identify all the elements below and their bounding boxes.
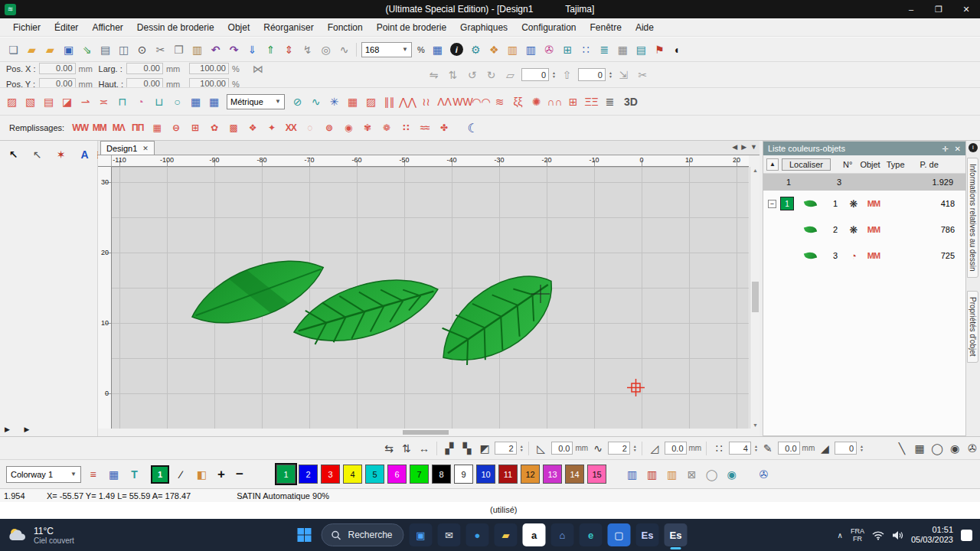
table-icon[interactable]: ▦ <box>187 93 204 110</box>
hoop-select-icon[interactable]: ⊞ <box>559 41 577 58</box>
fill-x-icon[interactable]: XX <box>282 119 299 137</box>
fill-flower-icon[interactable]: ✿ <box>205 119 223 137</box>
ellipse-tool-icon[interactable]: ○ <box>168 93 186 110</box>
3d-mode-icon[interactable]: 3D <box>619 93 642 110</box>
paste-icon[interactable]: ▥ <box>188 41 206 58</box>
tab-object-properties[interactable]: Propriétés d'objet <box>967 291 978 363</box>
zoom-level-input[interactable]: 168 ▼ <box>361 42 412 57</box>
tab-design-information[interactable]: Informations relatives au dessin <box>967 158 978 278</box>
pin-icon[interactable]: ✛ <box>942 145 948 153</box>
lettering-icon[interactable]: ⊓ <box>113 93 131 110</box>
diagonal-icon[interactable]: ╲ <box>894 439 910 457</box>
needle-icon[interactable]: ∕ <box>172 465 190 483</box>
fill-petals-icon[interactable]: ❁ <box>377 119 395 137</box>
fill-grid-icon[interactable]: ▦ <box>148 119 165 137</box>
menu-item[interactable]: Point de broderie <box>370 18 453 36</box>
palette-grid-icon[interactable]: ▦ <box>105 465 122 483</box>
monogram-icon[interactable]: ◔ <box>132 93 149 110</box>
fill-diamond-icon[interactable]: ❖ <box>243 119 261 137</box>
palette-chip[interactable]: 14 <box>565 465 584 484</box>
thread-chart-icon[interactable]: ▥ <box>522 41 540 58</box>
pattern-b-icon[interactable]: ▚ <box>459 439 475 457</box>
stitch-length-field[interactable]: 4 <box>729 442 751 455</box>
fill-stitch-icon[interactable]: ◪ <box>58 93 76 110</box>
palette-chip[interactable]: 6 <box>387 465 407 484</box>
horizontal-ruler[interactable]: -110-100-90-80-70-60-50-40-30-20-1001020 <box>112 155 749 167</box>
language-switcher[interactable]: FRA FR <box>851 527 864 543</box>
grid-settings-icon[interactable]: ▦ <box>429 41 446 58</box>
palette-chip[interactable]: 4 <box>343 465 362 484</box>
palette-chip[interactable]: 11 <box>498 465 518 484</box>
zoom-tool-icon[interactable]: ⊙ <box>133 41 151 58</box>
fill-weave-icon[interactable]: ▩ <box>224 119 242 137</box>
send-to-machine-icon[interactable]: ⇘ <box>78 41 96 58</box>
panel-menu-icon[interactable]: i <box>969 143 978 152</box>
lines-icon[interactable]: ≣ <box>601 93 619 110</box>
redo-icon[interactable]: ↷ <box>225 41 243 58</box>
select-tool[interactable]: ↖ <box>2 143 25 165</box>
align-horizontal-icon[interactable]: ⇆ <box>381 439 397 457</box>
nudge-icon[interactable]: ⇧ <box>558 66 576 83</box>
fill-cross-icon[interactable]: ✤ <box>435 119 452 137</box>
toolbox-expander[interactable]: ▶ ▶ <box>5 425 35 433</box>
monitor-app-icon[interactable]: ▢ <box>608 523 631 546</box>
spool-icon[interactable]: ✇ <box>755 465 773 483</box>
night-fill-icon[interactable]: ☾ <box>464 119 482 137</box>
machine-queue-icon[interactable]: ⇕ <box>280 41 298 58</box>
aspect-link-icon[interactable]: ⋈ <box>249 60 266 77</box>
menu-item[interactable]: Configuration <box>514 18 583 36</box>
spinner-icon[interactable]: ▲▼ <box>754 445 758 452</box>
import-design-icon[interactable]: ⇓ <box>243 41 261 58</box>
thread-brand-icon[interactable]: ▥ <box>663 465 681 483</box>
tab-list-icon[interactable]: ▼ <box>750 143 757 151</box>
fill-dots-icon[interactable]: ∷ <box>397 119 414 137</box>
garment-icon[interactable]: T <box>126 465 143 483</box>
hook-icon[interactable]: ↯ <box>299 41 316 58</box>
palette-chip[interactable]: 15 <box>587 465 606 484</box>
angle-icon[interactable]: ✎ <box>760 439 776 457</box>
mail-app-icon[interactable]: ✉ <box>438 523 461 546</box>
count-field[interactable]: 0 <box>835 442 857 455</box>
localiser-button[interactable]: Localiser <box>782 158 831 171</box>
wifi-icon[interactable] <box>872 530 884 540</box>
object-row[interactable]: 3 ◔ ΜΜ 725 <box>763 243 965 269</box>
circle-pen-icon[interactable]: ⊘ <box>289 93 306 110</box>
notification-icon[interactable] <box>961 530 972 541</box>
underlay-icon[interactable]: ≍ <box>95 93 113 110</box>
embroidery-app-icon[interactable]: Es <box>636 523 659 546</box>
add-color-button[interactable]: + <box>214 466 229 483</box>
menu-item[interactable]: Afficher <box>85 18 129 36</box>
density-icon[interactable]: ≣ <box>596 41 613 58</box>
magic-wand-tool[interactable]: ✶ <box>49 143 73 165</box>
skew-icon[interactable]: ▱ <box>501 66 519 83</box>
spinner-icon[interactable]: ▲▼ <box>520 445 524 452</box>
scroll-down-icon[interactable]: ▼ <box>750 422 760 428</box>
ladder-icon[interactable]: ΞΞ <box>583 93 600 110</box>
spinner-icon[interactable]: ▲▼ <box>860 445 864 452</box>
new-file-icon[interactable]: ❏ <box>5 41 22 58</box>
align-vertical-icon[interactable]: ⇅ <box>399 439 414 457</box>
design-canvas[interactable] <box>112 167 749 429</box>
open-folder-icon[interactable]: ▰ <box>23 41 41 58</box>
mirror-v-icon[interactable]: ⇅ <box>444 66 462 83</box>
slope-icon[interactable]: ◢ <box>817 439 832 457</box>
no-color-icon[interactable]: ⊠ <box>683 465 701 483</box>
stitch-length-icon[interactable]: ∷ <box>711 439 727 457</box>
fill-pi-icon[interactable]: ΠΠ <box>129 119 146 137</box>
pattern-fill-icon[interactable]: ▨ <box>362 93 380 110</box>
object-row[interactable]: − 1 1 ❋ ΜΜ 418 <box>763 191 965 217</box>
menu-item[interactable]: Fichier <box>6 18 47 36</box>
palette-chip[interactable]: 3 <box>321 465 340 484</box>
grid-icon[interactable]: ▦ <box>614 41 632 58</box>
print-icon[interactable]: ▤ <box>96 41 114 58</box>
steil-stitch-icon[interactable]: ▧ <box>21 93 39 110</box>
design-properties-icon[interactable]: ❖ <box>485 41 503 58</box>
units-select[interactable]: Métrique ▼ <box>227 94 285 109</box>
fill-rose-icon[interactable]: ✾ <box>358 119 376 137</box>
scroll-up-icon[interactable]: ▲ <box>750 168 760 173</box>
grid-snap-icon[interactable]: ▦ <box>912 439 927 457</box>
color-wheel-icon[interactable]: ◉ <box>723 465 740 483</box>
minimize-button[interactable]: – <box>897 0 925 18</box>
taskbar-search[interactable]: Recherche <box>321 523 403 546</box>
menu-item[interactable]: Graphiques <box>453 18 514 36</box>
